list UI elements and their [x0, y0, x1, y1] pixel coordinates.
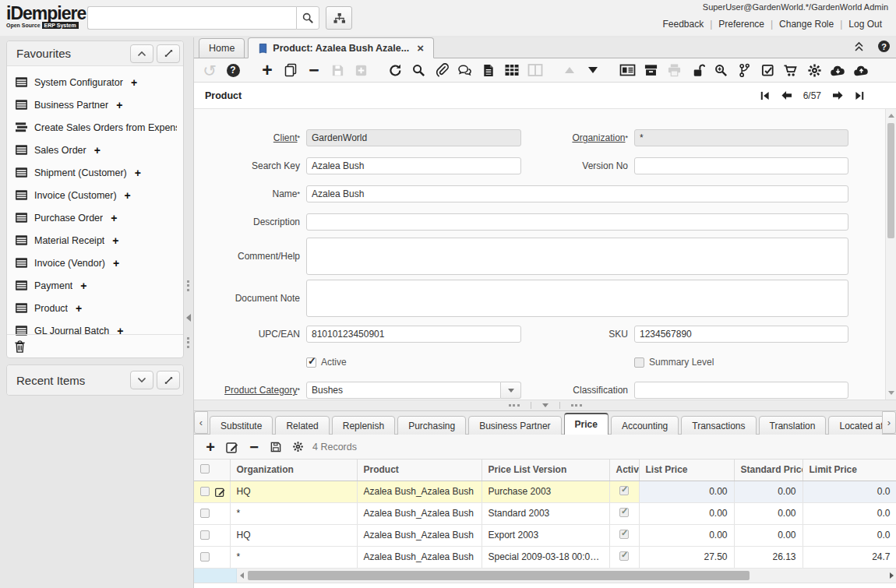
sidebar-favourite-item[interactable]: Sales Order +: [7, 139, 183, 161]
attachment-icon[interactable]: [432, 61, 451, 79]
detail-delete-icon[interactable]: −: [245, 438, 263, 456]
table-row[interactable]: HQ Azalea Bush_Azalea Bush Export 2003 0…: [194, 524, 896, 546]
add-new-icon[interactable]: +: [135, 167, 141, 179]
recent-items-expand-toggle[interactable]: [130, 371, 153, 389]
check-requests-icon[interactable]: [758, 61, 777, 79]
export-cloud-icon[interactable]: [828, 61, 847, 79]
detail-tab-translation[interactable]: Translation: [759, 416, 827, 435]
search-key-field[interactable]: [306, 157, 521, 174]
workflow-icon[interactable]: [735, 61, 753, 79]
add-new-icon[interactable]: +: [125, 189, 131, 202]
document-note-field[interactable]: [306, 280, 848, 317]
menu-tree-button[interactable]: [326, 6, 352, 30]
sidebar-favourite-item[interactable]: Material Receipt +: [7, 229, 183, 252]
splitter-grip[interactable]: [187, 337, 189, 348]
col-active[interactable]: Active: [609, 459, 639, 481]
close-tab-icon[interactable]: ×: [417, 41, 424, 55]
preference-link[interactable]: Preference: [712, 19, 771, 30]
delete-record-icon[interactable]: −: [305, 61, 323, 79]
find-icon[interactable]: [409, 61, 428, 79]
detail-record-icon[interactable]: [618, 61, 637, 79]
lock-icon[interactable]: [688, 61, 707, 79]
help-circle-icon[interactable]: ?: [878, 40, 890, 52]
detail-tab-located-at[interactable]: Located at: [828, 416, 882, 435]
previous-record-icon[interactable]: [781, 90, 792, 100]
tab-product[interactable]: Product: Azalea Bush Azale... ×: [248, 37, 434, 58]
zoom-across-icon[interactable]: [711, 61, 730, 79]
gear-icon[interactable]: [805, 61, 824, 79]
next-record-icon[interactable]: [832, 90, 844, 100]
new-record-icon[interactable]: +: [258, 61, 277, 79]
detail-tab-replenish[interactable]: Replenish: [332, 416, 395, 435]
table-hscrollbar[interactable]: [237, 569, 896, 583]
scroll-right-icon[interactable]: [890, 572, 894, 579]
add-new-icon[interactable]: +: [76, 302, 82, 315]
hscrollbar-thumb[interactable]: [248, 571, 750, 580]
favourites-collapse-button[interactable]: [130, 44, 153, 63]
detail-edit-icon[interactable]: [224, 438, 241, 456]
row-active-checkbox[interactable]: [619, 508, 629, 517]
row-select-checkbox[interactable]: [200, 509, 210, 518]
row-select-checkbox[interactable]: [200, 552, 210, 562]
table-row[interactable]: * Azalea Bush_Azalea Bush Special 2009-0…: [194, 546, 896, 568]
detail-tab-related[interactable]: Related: [275, 416, 329, 435]
sidebar-favourite-item[interactable]: Product +: [7, 297, 183, 319]
sidebar-favourite-item[interactable]: Purchase Order +: [7, 206, 183, 229]
copy-record-icon[interactable]: [281, 61, 300, 79]
col-standard-price[interactable]: Standard Price: [734, 459, 803, 481]
organization-field[interactable]: [634, 129, 848, 146]
classification-field[interactable]: [634, 382, 848, 399]
logout-link[interactable]: Log Out: [842, 19, 888, 30]
splitter-grip[interactable]: [187, 280, 189, 291]
add-new-icon[interactable]: +: [94, 144, 101, 157]
col-organization[interactable]: Organization: [230, 459, 357, 481]
row-active-checkbox[interactable]: [619, 551, 629, 561]
row-active-checkbox[interactable]: [619, 530, 629, 539]
add-new-icon[interactable]: +: [111, 212, 117, 224]
tab-home[interactable]: Home: [199, 38, 245, 58]
import-cloud-icon[interactable]: [852, 61, 870, 79]
favourites-expand-button[interactable]: [157, 44, 180, 63]
select-all-checkbox[interactable]: [200, 464, 210, 474]
archive-icon[interactable]: [641, 61, 660, 79]
collapse-left-icon[interactable]: [186, 314, 191, 322]
detail-tab-accounting[interactable]: Accounting: [611, 416, 679, 435]
detail-tab-purchasing[interactable]: Purchasing: [397, 416, 466, 435]
expand-record-icon[interactable]: [584, 61, 602, 79]
recent-items-maximize-button[interactable]: [157, 371, 180, 389]
detail-tabs-scroll-left[interactable]: ‹: [194, 411, 208, 434]
scroll-down-icon[interactable]: [888, 391, 894, 395]
record-info-icon[interactable]: [479, 61, 498, 79]
help-icon[interactable]: ?: [224, 61, 242, 79]
sidebar-favourite-item[interactable]: Invoice (Customer) +: [7, 184, 183, 206]
scrollbar-thumb[interactable]: [887, 123, 894, 238]
detail-tab-price[interactable]: Price: [564, 413, 609, 435]
product-category-field[interactable]: [306, 382, 501, 399]
product-category-dropdown-button[interactable]: [501, 382, 521, 399]
description-field[interactable]: [306, 213, 848, 231]
select-all-header[interactable]: [194, 459, 230, 481]
col-list-price[interactable]: List Price: [639, 459, 734, 481]
row-select-checkbox[interactable]: [200, 487, 210, 496]
comment-help-field[interactable]: [306, 238, 848, 275]
collapse-all-icon[interactable]: [854, 41, 864, 52]
global-search-input[interactable]: [87, 6, 296, 30]
trash-icon[interactable]: [13, 340, 26, 354]
active-checkbox[interactable]: [306, 357, 316, 368]
splitter-collapse-icon[interactable]: [542, 403, 549, 407]
sidebar-favourite-item[interactable]: Business Partner +: [7, 93, 183, 116]
detail-tab-transactions[interactable]: Transactions: [681, 416, 756, 435]
shopping-cart-icon[interactable]: [781, 61, 800, 79]
sidebar-favourite-item[interactable]: Invoice (Vendor) +: [7, 252, 183, 274]
detail-tab-substitute[interactable]: Substitute: [210, 416, 273, 435]
add-new-icon[interactable]: +: [112, 234, 118, 247]
form-scrollbar[interactable]: [885, 109, 896, 400]
change-role-link[interactable]: Change Role: [773, 19, 840, 30]
scroll-up-icon[interactable]: [888, 114, 894, 118]
sidebar-favourite-item[interactable]: System Configurator +: [7, 71, 183, 93]
row-select-checkbox[interactable]: [200, 530, 210, 540]
table-row[interactable]: HQ Azalea Bush_Azalea Bush Purchase 2003…: [194, 481, 896, 502]
sidebar-favourite-item[interactable]: Payment +: [7, 274, 183, 297]
add-new-icon[interactable]: +: [80, 280, 86, 292]
summary-level-checkbox[interactable]: [634, 357, 644, 368]
